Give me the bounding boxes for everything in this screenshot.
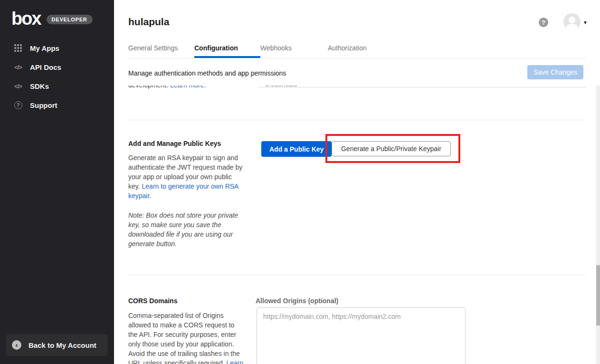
code-icon: </> <box>13 64 23 71</box>
logo-row: box DEVELOPER <box>0 0 114 28</box>
page-subtitle: Manage authentication methods and app pe… <box>128 69 286 77</box>
allowed-origins-textarea[interactable] <box>257 307 466 364</box>
cors-description: Comma-separated list of Origins allowed … <box>128 311 244 364</box>
sidebar-item-label: SDKs <box>30 82 49 90</box>
sidebar: box DEVELOPER My Apps </> API Docs </> S… <box>0 0 114 364</box>
scrollbar-track[interactable] <box>596 58 600 364</box>
grid-icon <box>13 44 23 52</box>
scrollbar-thumb[interactable] <box>596 265 600 326</box>
tab-general-settings[interactable]: General Settings <box>128 44 178 52</box>
public-keys-heading: Add and Manage Public Keys <box>128 140 221 147</box>
tab-configuration[interactable]: Configuration <box>194 44 238 52</box>
add-public-key-button[interactable]: Add a Public Key <box>261 141 332 157</box>
sidebar-item-my-apps[interactable]: My Apps <box>0 38 114 57</box>
back-to-my-account-button[interactable]: ‹ Back to My Account <box>6 334 108 356</box>
cors-learn-link[interactable]: Learn <box>226 359 243 364</box>
help-circle-icon: ? <box>13 101 23 109</box>
sidebar-nav: My Apps </> API Docs </> SDKs ? Support <box>0 38 114 115</box>
public-keys-note: Note: Box does not store your private ke… <box>128 211 245 249</box>
public-keys-description: Generate an RSA keypair to sign and auth… <box>128 153 243 201</box>
tab-webhooks[interactable]: Webhooks <box>260 44 292 52</box>
developer-badge: DEVELOPER <box>47 15 93 24</box>
tab-authorization[interactable]: Authorization <box>328 44 367 52</box>
page-title: hulapula <box>128 16 169 28</box>
chevron-left-icon: ‹ <box>12 340 21 350</box>
caret-down-icon[interactable]: ▼ <box>583 20 588 25</box>
section-divider <box>128 275 586 275</box>
main-content: hulapula ? ▼ General Settings Configurat… <box>114 0 600 364</box>
avatar[interactable] <box>563 13 581 30</box>
generate-keypair-button[interactable]: Generate a Public/Private Keypair <box>332 141 451 156</box>
sidebar-item-label: Support <box>30 101 57 109</box>
code-icon: </> <box>13 83 23 90</box>
box-logo[interactable]: box <box>11 10 41 28</box>
help-icon[interactable]: ? <box>539 18 548 27</box>
person-icon <box>563 13 581 30</box>
clipped-panel-border <box>259 87 586 87</box>
sidebar-item-label: API Docs <box>30 63 61 71</box>
save-changes-button[interactable]: Save Changes <box>527 65 583 79</box>
back-button-label: Back to My Account <box>29 341 96 349</box>
rsa-keypair-link[interactable]: Learn to generate your own RSA keypair. <box>128 182 238 200</box>
cors-heading: CORS Domains <box>128 297 177 305</box>
section-divider <box>128 120 586 120</box>
sidebar-item-api-docs[interactable]: </> API Docs <box>0 57 114 77</box>
sidebar-item-label: My Apps <box>30 44 59 52</box>
sidebar-item-sdks[interactable]: </> SDKs <box>0 77 114 96</box>
allowed-origins-label: Allowed Origins (optional) <box>256 297 338 305</box>
sidebar-item-support[interactable]: ? Support <box>0 96 114 115</box>
